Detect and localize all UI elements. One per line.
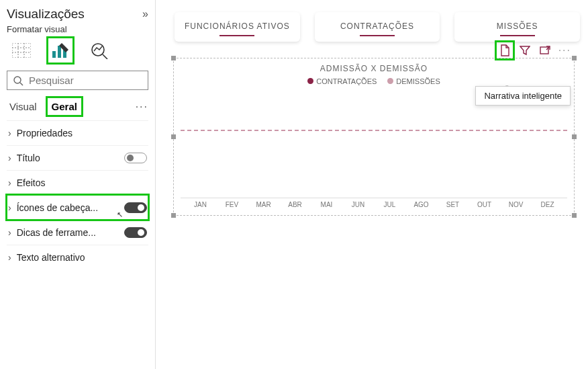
svg-line-9 [103, 54, 107, 59]
x-tick-label: SET [437, 201, 469, 208]
section-icones-cabecalho[interactable]: › Ícones de cabeça... ↖ [7, 195, 148, 220]
chevron-right-icon: › [8, 128, 11, 138]
chart-plot-area [181, 91, 567, 198]
svg-line-11 [20, 83, 23, 85]
x-tick-label: FEV [216, 201, 248, 208]
card-contratacoes[interactable]: CONTRATAÇÕES [315, 12, 440, 42]
resize-handle[interactable] [572, 56, 577, 60]
x-tick-label: JUN [342, 201, 374, 208]
search-input[interactable] [7, 71, 148, 90]
svg-rect-0 [12, 43, 31, 58]
resize-handle[interactable] [572, 213, 577, 218]
chevron-right-icon: › [8, 227, 11, 238]
section-titulo[interactable]: › Título [7, 145, 148, 170]
tab-geral[interactable]: Geral [49, 99, 80, 114]
svg-point-8 [92, 44, 104, 56]
section-dicas[interactable]: › Dicas de ferrame... [7, 220, 148, 245]
resize-handle[interactable] [171, 213, 176, 218]
svg-point-10 [14, 77, 21, 83]
toggle-dicas[interactable] [124, 227, 147, 238]
report-canvas: FUNCIONÁRIOS ATIVOS CONTRATAÇÕES MISSÕES… [156, 0, 588, 369]
format-visual-icon[interactable] [50, 40, 71, 61]
svg-rect-5 [52, 51, 56, 58]
tab-visual[interactable]: Visual [7, 99, 40, 114]
build-visual-icon[interactable] [11, 40, 32, 61]
toggle-icones[interactable] [124, 202, 147, 213]
x-tick-label: OUT [469, 201, 500, 208]
x-tick-label: DEZ [532, 201, 563, 208]
x-tick-label: MAR [248, 201, 279, 208]
x-tick-label: AGO [405, 201, 437, 208]
search-field[interactable] [28, 74, 142, 87]
filter-icon[interactable] [518, 44, 532, 57]
resize-handle[interactable] [171, 56, 176, 60]
resize-handle[interactable] [572, 134, 577, 139]
visual-more-icon[interactable]: ··· [558, 44, 571, 56]
tabs-more-icon[interactable]: ··· [136, 101, 148, 113]
section-texto-alt[interactable]: › Texto alternativo [7, 245, 148, 270]
section-propriedades[interactable]: › Propriedades [7, 120, 148, 145]
cursor-icon: ↖ [117, 210, 123, 219]
svg-rect-6 [58, 46, 61, 58]
smart-narrative-icon[interactable] [498, 44, 511, 57]
analytics-icon[interactable] [89, 40, 110, 61]
chart-title: ADMISSÃO X DEMISSÃO [181, 64, 567, 73]
x-tick-label: JAN [185, 201, 216, 208]
pane-subtitle: Formatar visual [7, 24, 148, 34]
x-tick-label: NOV [500, 201, 532, 208]
toggle-titulo[interactable] [124, 153, 147, 163]
x-tick-label: JUL [374, 201, 405, 208]
pane-title: Visualizações [7, 7, 85, 22]
resize-handle[interactable] [171, 134, 176, 139]
svg-rect-12 [540, 47, 548, 54]
x-tick-label: ABR [279, 201, 311, 208]
chevron-right-icon: › [8, 153, 11, 163]
chevron-right-icon: › [8, 177, 11, 188]
section-efeitos[interactable]: › Efeitos [7, 170, 148, 195]
card-missoes[interactable]: MISSÕES [454, 12, 580, 42]
x-tick-label: MAI [311, 201, 342, 208]
chevron-right-icon: › [8, 252, 11, 263]
chevron-right-icon: › [8, 202, 11, 213]
tooltip-narrativa: Narrativa inteligente [475, 86, 571, 106]
search-icon [13, 75, 23, 86]
visualizations-pane: Visualizações » Formatar visual Visual G… [0, 0, 156, 369]
focus-mode-icon[interactable] [538, 44, 552, 57]
collapse-pane-icon[interactable]: » [142, 8, 148, 20]
chart-visual[interactable]: ··· ↖ ADMISSÃO X DEMISSÃO CONTRATAÇÕES D… [173, 58, 575, 216]
card-funcionarios[interactable]: FUNCIONÁRIOS ATIVOS [175, 12, 300, 42]
